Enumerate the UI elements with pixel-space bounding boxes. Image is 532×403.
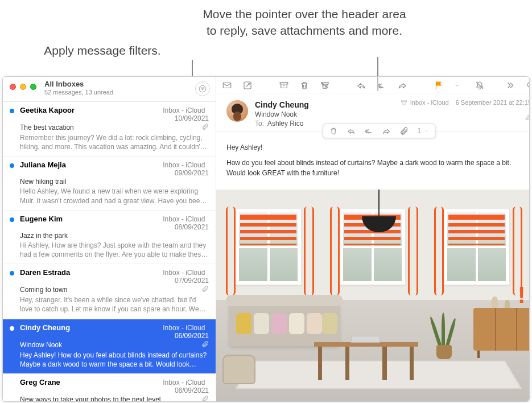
- message-to-label: To:: [255, 120, 264, 128]
- svg-rect-6: [401, 101, 406, 102]
- message-date: 10/09/2021: [175, 114, 209, 122]
- message-list-item[interactable]: Greg CraneInbox - iCloud 06/09/2021New w…: [3, 374, 216, 401]
- message-to-name: Ashley Rico: [267, 120, 303, 128]
- message-preview: Hey, stranger. It's been a while since w…: [20, 295, 209, 314]
- unread-dot-icon: [10, 326, 14, 331]
- message-datetime: 6 September 2021 at 22:15: [456, 99, 530, 106]
- drawn-exclamation-icon: !: [518, 282, 525, 308]
- message-mailbox-label: Inbox - iCloud: [163, 215, 209, 223]
- message-subject-preview: Window Nook: [20, 341, 62, 349]
- message-mailbox-label: Inbox - iCloud: [163, 161, 209, 169]
- message-date: 09/09/2021: [175, 169, 209, 177]
- message-body-line: How do you feel about blinds instead of …: [226, 158, 530, 178]
- message-meta: Inbox - iCloud 6 September 2021 at 22:15: [401, 99, 530, 106]
- annotation-header-hover: Move the pointer over the header area to…: [202, 6, 407, 39]
- compose-button[interactable]: [242, 80, 253, 91]
- hover-attachments-button[interactable]: [399, 126, 409, 135]
- message-list-item[interactable]: Daren EstradaInbox - iCloud 07/09/2021Co…: [3, 264, 216, 319]
- mail-window: All Inboxes 52 messages, 13 unread Geeti…: [2, 76, 530, 402]
- message-preview: Hi Ashley, How are things? Just spoke wi…: [20, 241, 209, 259]
- close-window-button[interactable]: [10, 84, 16, 90]
- unread-dot-icon: [10, 163, 14, 168]
- message-list-item[interactable]: Geetika KapoorInbox - iCloud 10/09/2021T…: [3, 102, 216, 157]
- header-hover-toolbar[interactable]: 1: [323, 124, 435, 138]
- message-subject-preview: New hiking trail: [20, 178, 66, 186]
- annotation-leader-2b: [377, 76, 378, 91]
- search-button[interactable]: [526, 80, 530, 91]
- hover-reply-all-button[interactable]: [364, 126, 373, 135]
- message-sender: Juliana Mejia: [20, 161, 66, 169]
- annotation-filters: Apply message filters.: [23, 42, 182, 59]
- message-attachment-image[interactable]: !: [216, 190, 530, 401]
- flag-button[interactable]: [434, 80, 444, 91]
- zoom-window-button[interactable]: [30, 84, 36, 90]
- message-header[interactable]: Cindy Cheung Window Nook To: Ashley Rico…: [216, 93, 530, 131]
- attachment-icon: [201, 123, 209, 132]
- message-list-item[interactable]: Eugene KimInbox - iCloud 08/09/2021Jazz …: [3, 211, 216, 264]
- attachment-icon: [201, 395, 209, 401]
- unread-dot-icon: [10, 271, 14, 275]
- message-sender: Daren Estrada: [20, 268, 70, 277]
- message-preview: Hello Ashley, We found a new trail when …: [20, 187, 209, 205]
- message-sender: Cindy Cheung: [20, 323, 70, 332]
- sender-avatar[interactable]: [226, 100, 248, 122]
- toolbar-overflow-button[interactable]: [505, 80, 515, 91]
- read-toggle-button[interactable]: [222, 80, 232, 91]
- window-controls[interactable]: [10, 84, 36, 90]
- svg-rect-1: [223, 83, 231, 88]
- message-mailbox-label: Inbox - iCloud: [163, 106, 209, 114]
- message-sender: Geetika Kapoor: [20, 106, 75, 114]
- attachment-icon: [201, 285, 209, 294]
- junk-button[interactable]: [320, 80, 330, 91]
- message-subject-preview: Jazz in the park: [20, 232, 68, 240]
- message-preview: Remember this journey? We did a lot: roc…: [20, 133, 209, 151]
- message-sender: Eugene Kim: [20, 215, 63, 223]
- message-subject-preview: New ways to take your photos to the next…: [20, 396, 160, 401]
- main-toolbar: [216, 77, 530, 93]
- minimize-window-button[interactable]: [20, 84, 26, 90]
- message-date: 06/09/2021: [175, 332, 209, 340]
- forward-button[interactable]: [397, 80, 407, 91]
- svg-point-5: [527, 82, 530, 87]
- message-mailbox-label: Inbox - iCloud: [163, 379, 209, 386]
- message-reader-pane: Cindy Cheung Window Nook To: Ashley Rico…: [216, 77, 530, 401]
- message-list-pane: All Inboxes 52 messages, 13 unread Geeti…: [3, 77, 216, 401]
- flag-menu-button[interactable]: [454, 80, 464, 91]
- mailbox-title: All Inboxes: [44, 80, 113, 89]
- hover-reply-button[interactable]: [347, 126, 356, 135]
- message-subject-preview: Coming to town: [20, 286, 67, 294]
- message-preview: Hey Ashley! How do you feel about blinds…: [20, 351, 209, 369]
- message-list[interactable]: Geetika KapoorInbox - iCloud 10/09/2021T…: [3, 102, 216, 401]
- message-body: Hey Ashley! How do you feel about blinds…: [216, 131, 530, 190]
- attachment-icon: [201, 340, 209, 349]
- message-subject: Window Nook: [255, 110, 530, 118]
- message-date: 06/09/2021: [175, 386, 209, 394]
- hover-delete-button[interactable]: [329, 126, 338, 135]
- message-mailbox-label: Inbox - iCloud: [163, 269, 209, 277]
- hover-attachments-count[interactable]: 1: [417, 127, 429, 135]
- message-sender: Greg Crane: [20, 378, 60, 386]
- message-list-item[interactable]: Juliana MejiaInbox - iCloud 09/09/2021Ne…: [3, 157, 216, 210]
- delete-button[interactable]: [299, 80, 310, 91]
- reply-button[interactable]: [356, 80, 366, 91]
- message-date: 07/09/2021: [175, 277, 209, 285]
- message-list-item[interactable]: Cindy CheungInbox - iCloud 06/09/2021Win…: [3, 319, 216, 374]
- unread-dot-icon: [10, 217, 14, 222]
- archive-button[interactable]: [279, 80, 289, 91]
- message-date: 08/09/2021: [175, 223, 209, 231]
- attachment-icon[interactable]: [525, 114, 530, 122]
- message-list-header: All Inboxes 52 messages, 13 unread: [3, 77, 216, 102]
- unread-dot-icon: [10, 109, 14, 113]
- message-body-line: Hey Ashley!: [226, 143, 530, 153]
- message-subject-preview: The best vacation: [20, 124, 74, 131]
- mailbox-count: 52 messages, 13 unread: [44, 89, 113, 96]
- message-mailbox[interactable]: Inbox - iCloud: [401, 99, 449, 106]
- mute-button[interactable]: [475, 80, 485, 91]
- hover-forward-button[interactable]: [382, 126, 391, 135]
- message-filter-button[interactable]: [195, 81, 210, 96]
- message-mailbox-label: Inbox - iCloud: [163, 324, 209, 332]
- svg-rect-3: [280, 82, 288, 84]
